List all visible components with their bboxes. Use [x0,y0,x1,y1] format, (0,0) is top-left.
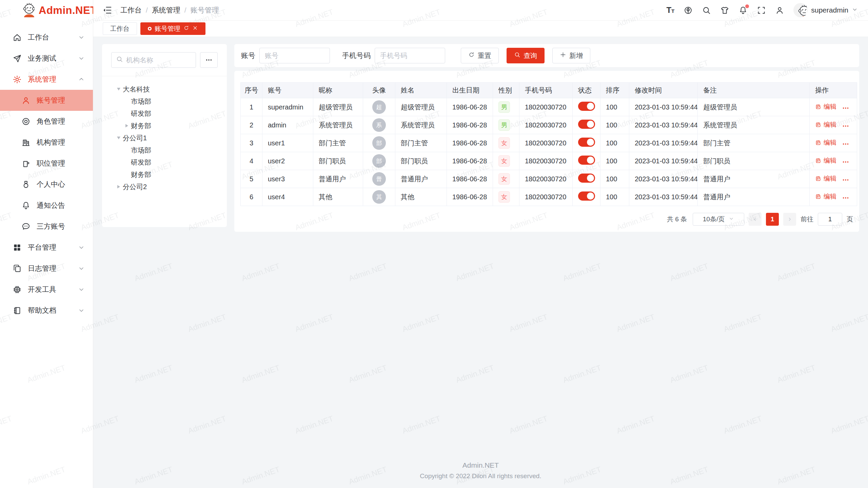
chevron-down-icon [78,286,85,293]
tree-node[interactable]: 分公司1 [111,132,218,144]
status-toggle[interactable] [578,191,595,201]
sidebar-item-platform-mgmt[interactable]: 平台管理 [0,237,93,258]
col-header-birthday: 出生日期 [447,83,493,98]
page-number[interactable]: 1 [766,213,779,226]
sidebar-item-dev-tools[interactable]: 开发工具 [0,279,93,300]
sidebar-item-log-mgmt[interactable]: 日志管理 [0,258,93,279]
cell-index: 6 [241,188,262,206]
more-actions-button[interactable] [842,104,849,112]
more-actions-button[interactable] [842,194,849,202]
search-icon[interactable] [702,6,711,15]
main-column: 工作台/系统管理/账号管理 TT superadmin 工作台账号管理 [93,0,868,488]
user-menu[interactable]: superadmin [793,3,858,17]
cell-remark: 部门主管 [698,134,810,152]
cell-modified: 2023-01-03 10:59:44 [629,152,698,170]
edit-button[interactable]: 编辑 [815,156,836,165]
refresh-icon[interactable] [183,25,189,33]
org-search-box [111,52,196,68]
tree-node[interactable]: 研发部 [111,156,218,168]
gear-icon [13,75,22,84]
edit-button[interactable]: 编辑 [815,120,836,129]
chevron-down-icon [78,34,85,41]
sidebar-item-position-mgmt[interactable]: 职位管理 [0,153,93,174]
tab-active[interactable]: 账号管理 [140,22,205,35]
reset-button[interactable]: 重置 [461,48,499,63]
tab[interactable]: 工作台 [103,22,137,35]
tree-node[interactable]: 市场部 [111,144,218,156]
cell-name: 超级管理员 [395,98,447,116]
user-icon [21,96,31,105]
status-toggle[interactable] [578,156,595,165]
edit-button[interactable]: 编辑 [815,192,836,201]
username: superadmin [811,6,848,14]
tree-node[interactable]: 分公司2 [111,181,218,193]
page-size-select[interactable]: 10条/页 [693,213,744,226]
sidebar-item-business-test[interactable]: 业务测试 [0,48,93,69]
edit-button[interactable]: 编辑 [815,102,836,111]
cell-account: superadmin [262,98,313,116]
more-actions-button[interactable] [842,122,849,130]
close-icon[interactable] [192,25,198,33]
sidebar-item-system-mgmt[interactable]: 系统管理 [0,69,93,90]
org-name-input[interactable] [126,56,191,64]
more-actions-button[interactable] [842,140,849,148]
font-size-icon[interactable]: TT [666,6,674,14]
breadcrumb-item[interactable]: 系统管理 [152,5,180,15]
prev-page-button[interactable] [749,213,762,226]
sidebar-item-third-party-account[interactable]: 三方账号 [0,216,93,237]
cell-nickname: 超级管理员 [313,98,363,116]
col-header-modified: 修改时间 [629,83,698,98]
more-options-button[interactable] [200,52,218,68]
cell-name: 其他 [395,188,447,206]
breadcrumb-item[interactable]: 账号管理 [191,5,219,15]
edit-button[interactable]: 编辑 [815,174,836,183]
tree-node[interactable]: 市场部 [111,95,218,107]
sidebar-item-workbench[interactable]: 工作台 [0,27,93,48]
breadcrumb-item[interactable]: 工作台 [120,5,142,15]
row-avatar: 部 [372,154,386,168]
search-button[interactable]: 查询 [507,48,545,63]
person-icon[interactable] [775,6,784,15]
edit-button[interactable]: 编辑 [815,138,836,147]
collapse-sidebar-button[interactable] [102,5,112,15]
more-actions-button[interactable] [842,176,849,184]
col-header-avatar: 头像 [363,83,395,98]
goto-page-input[interactable] [818,213,842,226]
pagination: 共 6 条 10条/页 1 前往 页 [240,213,853,226]
tree-node[interactable]: 大名科技 [111,83,218,95]
org-tree-panel: 大名科技市场部研发部财务部分公司1市场部研发部财务部分公司2 [102,44,227,227]
tree-node[interactable]: 研发部 [111,107,218,120]
tree-node[interactable]: 财务部 [111,168,218,181]
phone-input[interactable] [375,48,445,63]
status-toggle[interactable] [578,174,595,183]
add-button[interactable]: 新增 [552,48,590,63]
status-toggle[interactable] [578,120,595,129]
col-header-gender: 性别 [493,83,519,98]
sidebar-item-org-mgmt[interactable]: 机构管理 [0,132,93,153]
language-icon[interactable] [684,6,693,15]
notification-bell-icon[interactable] [738,6,748,15]
cell-sort: 100 [600,98,629,116]
sidebar-item-help-docs[interactable]: 帮助文档 [0,300,93,321]
theme-icon[interactable] [720,6,729,15]
bell-icon [21,201,31,210]
col-header-account: 账号 [262,83,313,98]
tree-node[interactable]: 财务部 [111,120,218,132]
fullscreen-icon[interactable] [757,6,766,15]
account-input[interactable] [259,48,330,63]
sidebar-item-account-mgmt[interactable]: 账号管理 [0,90,93,111]
avatar [793,3,808,17]
sidebar-item-notice[interactable]: 通知公告 [0,195,93,216]
next-page-button[interactable] [783,213,796,226]
cell-nickname: 普通用户 [313,170,363,188]
more-actions-button[interactable] [842,158,849,166]
table-row: 1superadmin超级管理员超超级管理员1986-06-28男1802003… [241,98,857,116]
cell-nickname: 系统管理员 [313,116,363,134]
chevron-down-icon [852,6,858,14]
col-header-name: 姓名 [395,83,447,98]
sidebar-item-profile-center[interactable]: 个人中心 [0,174,93,195]
status-toggle[interactable] [578,102,595,111]
sidebar-item-role-mgmt[interactable]: 角色管理 [0,111,93,132]
gender-badge: 女 [498,191,510,203]
status-toggle[interactable] [578,138,595,147]
